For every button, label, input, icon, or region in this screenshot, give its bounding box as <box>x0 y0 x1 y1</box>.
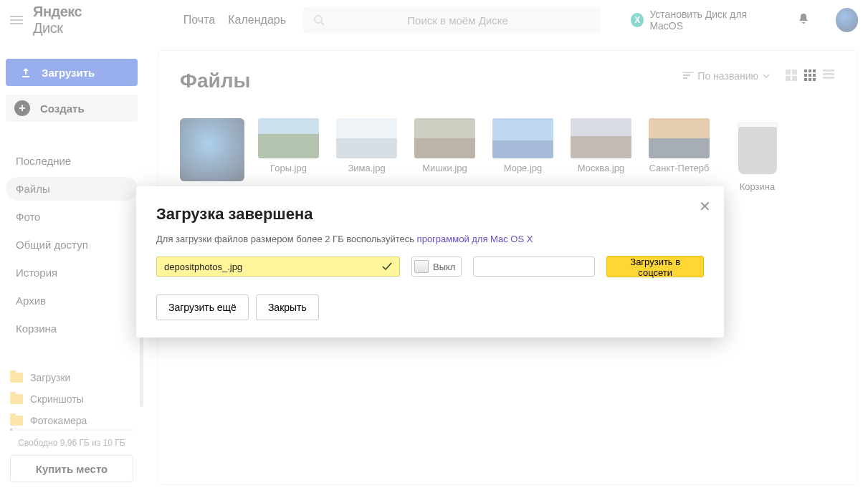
uploaded-filename: depositphotos_.jpg <box>164 262 242 272</box>
macos-program-link[interactable]: программой для Mac OS X <box>417 234 533 244</box>
share-link-field[interactable] <box>473 257 595 277</box>
close-icon[interactable]: ✕ <box>699 198 711 215</box>
modal-title: Загрузка завершена <box>156 205 704 224</box>
uploaded-file-row: depositphotos_.jpg <box>156 257 400 277</box>
upload-complete-modal: ✕ Загрузка завершена Для загрузки файлов… <box>136 186 724 337</box>
upload-more-button[interactable]: Загрузить ещё <box>156 295 249 320</box>
check-icon <box>382 262 392 271</box>
toggle-knob <box>414 260 429 273</box>
share-social-button[interactable]: Загрузить в соцсети <box>606 256 704 277</box>
modal-hint: Для загрузки файлов размером более 2 ГБ … <box>156 234 704 244</box>
close-button[interactable]: Закрыть <box>256 295 319 320</box>
share-toggle[interactable]: Выкл <box>411 257 462 277</box>
